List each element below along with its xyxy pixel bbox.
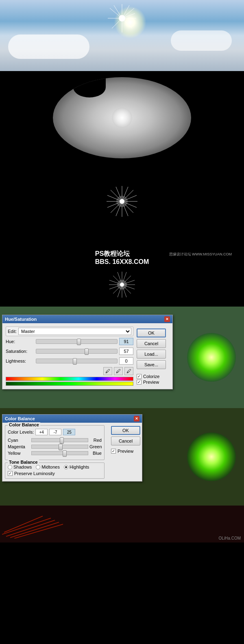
- svg-line-51: [4, 516, 43, 532]
- hue-thumb[interactable]: [77, 339, 81, 345]
- colorbal-val2[interactable]: -7: [49, 429, 61, 435]
- hue-track[interactable]: [36, 339, 118, 344]
- preserve-row: ✓ Preserve Luminosity: [8, 471, 102, 476]
- bottom-section: OLiHa.COM: [0, 506, 244, 542]
- colorbal-group-label: Color Balance: [8, 422, 40, 427]
- huesat-section: Hue/Saturation ✕ Edit: Master Hue:: [0, 307, 244, 408]
- colorize-row: ✓ Colorize: [137, 374, 169, 379]
- colorbal-titlebar: Color Balance ✕: [2, 415, 142, 423]
- huesat-title: Hue/Saturation: [5, 317, 37, 322]
- colorize-label: Colorize: [143, 374, 159, 379]
- cyan-label: Cyan: [8, 438, 30, 443]
- saturation-thumb[interactable]: [85, 348, 89, 355]
- blue-label: Blue: [89, 451, 102, 456]
- preview-row: ✓ Preview: [137, 380, 169, 385]
- cyan-thumb[interactable]: [60, 437, 64, 444]
- svg-point-47: [117, 280, 127, 290]
- svg-point-11: [119, 15, 125, 22]
- colorbal-val3[interactable]: 25: [63, 429, 75, 435]
- colorize-checkbox[interactable]: ✓: [137, 374, 142, 379]
- color-bars: [6, 377, 133, 386]
- colorbal-dialog: Color Balance ✕ Color Balance Color Leve…: [2, 414, 142, 482]
- green-glow-colorbal: [187, 432, 236, 481]
- magenta-thumb[interactable]: [59, 444, 63, 450]
- midtones-label: Midtones: [41, 465, 60, 469]
- lightness-label: Lightness:: [6, 359, 34, 363]
- colorbal-cancel-btn[interactable]: Cancel: [111, 437, 140, 445]
- magenta-track[interactable]: [31, 445, 88, 449]
- highlights-label: Highlights: [70, 465, 89, 469]
- edit-label: Edit:: [8, 329, 17, 334]
- red-streaks-svg: [2, 510, 104, 538]
- lightness-thumb[interactable]: [73, 358, 77, 365]
- colorbal-right: OK Cancel ✓ Preview: [109, 423, 142, 481]
- oval-shape: [53, 77, 191, 158]
- highlights-radio[interactable]: [64, 465, 68, 469]
- huesat-close-btn[interactable]: ✕: [164, 316, 170, 322]
- bbs-text: BBS. 16XX8.COM: [95, 258, 149, 266]
- huesat-cancel-btn[interactable]: Cancel: [137, 339, 166, 348]
- colorbal-levels-row: Color Levels: +4 -7 25: [8, 429, 102, 435]
- highlights-item: Highlights: [64, 465, 89, 469]
- watermark-text-block: PS教程论坛 BBS. 16XX8.COM: [95, 250, 149, 266]
- cyan-track[interactable]: [31, 438, 88, 442]
- lightness-track[interactable]: [36, 359, 118, 363]
- shadows-item: Shadows: [8, 465, 32, 469]
- colorbal-left: Color Balance Color Levels: +4 -7 25 Cya…: [2, 423, 107, 481]
- cyan-red-row: Cyan Red: [8, 438, 102, 443]
- preserve-label: Preserve Luminosity: [14, 471, 55, 476]
- hue-value[interactable]: 91: [119, 338, 133, 345]
- colorbal-val1[interactable]: +4: [35, 429, 48, 435]
- colorbal-group: Color Balance Color Levels: +4 -7 25 Cya…: [5, 425, 105, 460]
- huesat-left: Edit: Master Hue: 91 Saturation:: [6, 326, 133, 386]
- sun-rays-svg: [106, 2, 138, 35]
- preview-checkbox[interactable]: ✓: [137, 380, 142, 385]
- burst-svg-1: [106, 185, 138, 218]
- saturation-track[interactable]: [36, 349, 118, 354]
- midtones-radio[interactable]: [36, 465, 40, 469]
- highlights-dot: [65, 466, 67, 468]
- hue-label: Hue:: [6, 339, 34, 344]
- huesat-body: Edit: Master Hue: 91 Saturation:: [2, 323, 172, 389]
- oval-notch: [73, 77, 106, 97]
- ps-text: PS教程论坛: [95, 250, 149, 258]
- colorbal-title: Color Balance: [5, 416, 35, 421]
- huesat-save-btn[interactable]: Save...: [137, 360, 166, 369]
- yellow-track[interactable]: [31, 451, 88, 455]
- eyedropper-btn-3[interactable]: 🖊: [124, 367, 133, 375]
- magenta-label: Magenta: [8, 444, 30, 449]
- huesat-titlebar: Hue/Saturation ✕: [2, 315, 172, 323]
- huesat-ok-btn[interactable]: OK: [137, 328, 166, 337]
- tone-label: Tone Balance: [8, 460, 39, 465]
- svg-line-48: [2, 518, 51, 534]
- shadows-label: Shadows: [13, 465, 32, 469]
- eyedropper-btn-1[interactable]: 🖊: [103, 367, 112, 375]
- rainbow-bar: [6, 377, 133, 381]
- preserve-checkbox[interactable]: ✓: [8, 471, 13, 476]
- eyedropper-btn-2[interactable]: 🖊: [114, 367, 123, 375]
- huesat-load-btn[interactable]: Load...: [137, 350, 166, 359]
- watermark-section: PS教程论坛 BBS. 16XX8.COM 思缘设计论坛 WWW.MISSYUA…: [0, 229, 244, 307]
- colorbal-section: Color Balance ✕ Color Balance Color Leve…: [0, 408, 244, 506]
- red-label: Red: [89, 438, 102, 443]
- lightness-row: Lightness: 0: [6, 357, 133, 365]
- colorbal-body: Color Balance Color Levels: +4 -7 25 Cya…: [2, 423, 142, 481]
- svg-point-29: [116, 196, 128, 207]
- shadows-radio[interactable]: [8, 465, 12, 469]
- colorbal-preview-checkbox[interactable]: ✓: [111, 449, 116, 454]
- preview-label: Preview: [143, 380, 159, 385]
- yellow-thumb[interactable]: [63, 450, 67, 457]
- lightness-value[interactable]: 0: [119, 357, 133, 365]
- colorbal-close-btn[interactable]: ✕: [134, 416, 139, 421]
- hue-row: Hue: 91: [6, 338, 133, 345]
- green-bar: [6, 382, 133, 386]
- saturation-value[interactable]: 57: [119, 348, 133, 355]
- burst-section-1: [0, 164, 244, 229]
- oliha-watermark: OLiHa.COM: [219, 536, 241, 540]
- colorbal-ok-btn[interactable]: OK: [111, 426, 140, 435]
- edit-dropdown[interactable]: Master: [18, 328, 131, 335]
- colorbal-levels-label: Color Levels:: [8, 430, 34, 434]
- colorbal-preview-label: Preview: [118, 449, 133, 454]
- green-glow-huesat: [187, 333, 236, 382]
- sky-section: [0, 0, 244, 71]
